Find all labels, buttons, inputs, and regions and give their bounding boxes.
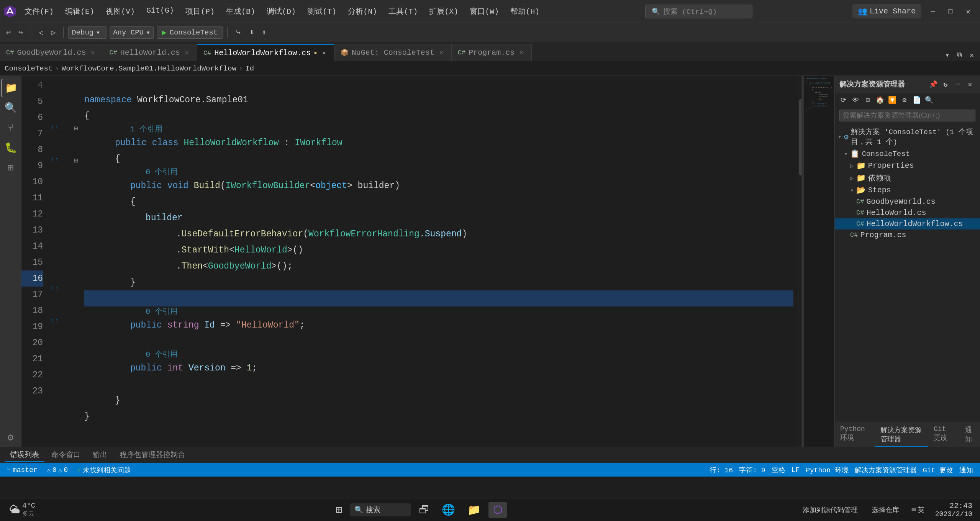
status-errors[interactable]: ⚠ 0 ⚠ 0 (44, 465, 70, 475)
se-home-button[interactable]: 🏠 (875, 95, 885, 105)
menu-project[interactable]: 项目(P) (180, 5, 220, 18)
status-notifications[interactable]: 通知 (957, 465, 975, 475)
debug-config-dropdown[interactable]: Debug ▾ (68, 26, 107, 39)
se-tab-git[interactable]: Git 更改 (928, 423, 960, 447)
panel-tab-output[interactable]: 输出 (87, 448, 113, 462)
tab-helloworld[interactable]: C# HelloWorld.cs ✕ (103, 44, 197, 61)
se-sync-button[interactable]: ↻ (940, 79, 951, 90)
status-git[interactable]: ⑂ master (5, 465, 40, 475)
status-spaces[interactable]: 空格 (769, 465, 788, 475)
tab-close-helloworld[interactable]: ✕ (183, 49, 191, 56)
taskbar-task-view[interactable]: 🗗 (414, 502, 434, 518)
redo-button[interactable]: ↪ (15, 26, 26, 39)
search-activity-icon[interactable]: 🔍 (2, 99, 20, 117)
status-git-changes[interactable]: Git 更改 (921, 465, 955, 475)
ref-hint-9[interactable]: 0 个引用 (84, 167, 793, 178)
close-button[interactable]: ✕ (959, 5, 977, 18)
menu-build[interactable]: 生成(B) (221, 5, 261, 18)
bp-icon-17[interactable]: ↑ (51, 285, 54, 292)
breadcrumb-member[interactable]: Id (245, 64, 254, 73)
se-new-file-button[interactable]: 📄 (911, 95, 922, 105)
tab-close-program[interactable]: ✕ (518, 49, 525, 56)
menu-test[interactable]: 测试(T) (302, 5, 342, 18)
panel-tab-terminal[interactable]: 命令窗口 (46, 448, 86, 462)
se-goodbyeworld-node[interactable]: C# GoodbyeWorld.cs (835, 196, 980, 207)
collapse-7[interactable]: ⊟ (74, 124, 78, 133)
code-content[interactable]: namespace WorkflowCore.Sample01 { 1 个引用 … (80, 76, 798, 447)
taskbar-weather[interactable]: 🌥 4°C 多云 (5, 500, 40, 519)
se-solution-node[interactable]: ▾ ⚙ 解决方案 'ConsoleTest' (1 个项目，共 1 个) (835, 126, 980, 148)
undo-button[interactable]: ↩ (3, 26, 14, 39)
collapse-9[interactable]: ⊟ (74, 156, 78, 165)
se-hwwf-node[interactable]: C# HelloWorldWorkflow.cs (835, 218, 980, 229)
se-minimize-button[interactable]: ─ (952, 79, 963, 90)
breadcrumb-file[interactable]: WorkflowCore.Sample01.HelloWorldWorkflow (62, 64, 236, 73)
menu-tools[interactable]: 工具(T) (383, 5, 423, 18)
ref-hint-19[interactable]: 0 个引用 (84, 349, 793, 360)
tab-nuget[interactable]: 📦 NuGet: ConsoleTest ✕ (334, 44, 452, 61)
extensions-icon[interactable]: ⊞ (2, 159, 20, 177)
git-icon[interactable]: ⑂ (2, 119, 20, 137)
tab-close-goodbyeworld[interactable]: ✕ (89, 49, 97, 56)
se-project-node[interactable]: ▾ 📋 ConsoleTest (835, 148, 980, 160)
bp-icon-9[interactable]: ↑ (51, 156, 54, 163)
close-panel[interactable]: ✕ (967, 49, 977, 61)
se-tab-solution[interactable]: 解决方案资源管理器 (875, 423, 928, 447)
menu-analyze[interactable]: 分析(N) (343, 5, 382, 18)
forward-button[interactable]: ▷ (48, 26, 59, 39)
menu-git[interactable]: Git(G) (141, 5, 179, 18)
se-deps-node[interactable]: ▷ 📁 依赖项 (835, 172, 980, 184)
menu-debug[interactable]: 调试(D) (261, 5, 301, 18)
tab-goodbyeworld[interactable]: C# GoodbyeWorld.cs ✕ (0, 44, 103, 61)
se-pin-button[interactable]: 📌 (928, 79, 939, 90)
menu-edit[interactable]: 编辑(E) (60, 5, 100, 18)
maximize-button[interactable]: □ (942, 5, 959, 18)
tab-program[interactable]: C# Program.cs ✕ (452, 44, 532, 61)
platform-dropdown[interactable]: Any CPU ▾ (110, 26, 154, 39)
vertical-scrollbar[interactable] (798, 76, 804, 447)
menu-file[interactable]: 文件(F) (19, 5, 59, 18)
debug-activity-icon[interactable]: 🐛 (2, 139, 20, 157)
minimize-button[interactable]: ─ (924, 5, 942, 18)
taskbar-start-button[interactable]: ⊞ (331, 502, 347, 518)
status-encoding[interactable]: LF (789, 465, 802, 475)
new-vertical-split[interactable]: ⧉ (954, 50, 965, 61)
breadcrumb-project[interactable]: ConsoleTest (5, 64, 52, 73)
panel-tab-nuget[interactable]: 程序包管理器控制台 (114, 448, 190, 462)
status-col[interactable]: 字符: 9 (737, 465, 767, 475)
se-filter-button[interactable]: 🔽 (887, 95, 898, 105)
run-button[interactable]: ▶ ConsoleTest (157, 26, 222, 39)
status-solution-exp[interactable]: 解决方案资源管理器 (852, 465, 919, 475)
se-properties-node[interactable]: ▷ 📁 Properties (835, 160, 980, 172)
taskbar-edge[interactable]: 🌐 (437, 502, 460, 518)
tab-list-button[interactable]: ▾ (942, 49, 952, 61)
taskbar-clock[interactable]: 22:43 2023/2/10 (932, 501, 975, 518)
panel-tab-errors[interactable]: 错误列表 (5, 448, 44, 462)
step-out-button[interactable]: ⬆ (259, 26, 269, 39)
se-props-button[interactable]: ⚙ (899, 95, 910, 105)
se-close-button[interactable]: ✕ (965, 79, 975, 90)
ref-hint-17[interactable]: 0 个引用 (84, 306, 793, 317)
se-tab-notifications[interactable]: 通知 (960, 423, 980, 447)
back-button[interactable]: ◁ (36, 26, 46, 39)
tab-close-nuget[interactable]: ✕ (438, 49, 445, 56)
settings-icon[interactable]: ⚙ (2, 428, 20, 447)
se-sync-sol-button[interactable]: ⟳ (838, 95, 849, 105)
se-search-button[interactable]: 🔍 (924, 95, 934, 105)
ref-hint-7[interactable]: 1 个引用 (84, 124, 793, 135)
menu-view[interactable]: 视图(V) (100, 5, 140, 18)
bp-icon-19[interactable]: ↑ (51, 317, 54, 324)
bp-icon-7[interactable]: ↑ (51, 124, 54, 131)
se-search-input[interactable] (839, 110, 975, 121)
taskbar-vs[interactable]: ⬡ (488, 502, 507, 518)
menu-ext[interactable]: 扩展(X) (424, 5, 464, 18)
tab-close-hww[interactable]: ✕ (320, 49, 328, 57)
search-bar[interactable]: 🔍 搜索 (Ctrl+Q) (645, 5, 752, 18)
step-over-button[interactable]: ⤷ (232, 26, 245, 39)
se-show-all-button[interactable]: 👁 (850, 95, 861, 105)
taskbar-search[interactable]: 🔍 搜索 (350, 503, 411, 516)
taskbar-add-source[interactable]: 添加到源代码管理 (798, 504, 862, 516)
live-share-button[interactable]: 👥 Live Share (852, 4, 921, 18)
status-python-env[interactable]: Python 环境 (803, 465, 851, 475)
taskbar-select-repo[interactable]: 选择仓库 (867, 504, 904, 516)
